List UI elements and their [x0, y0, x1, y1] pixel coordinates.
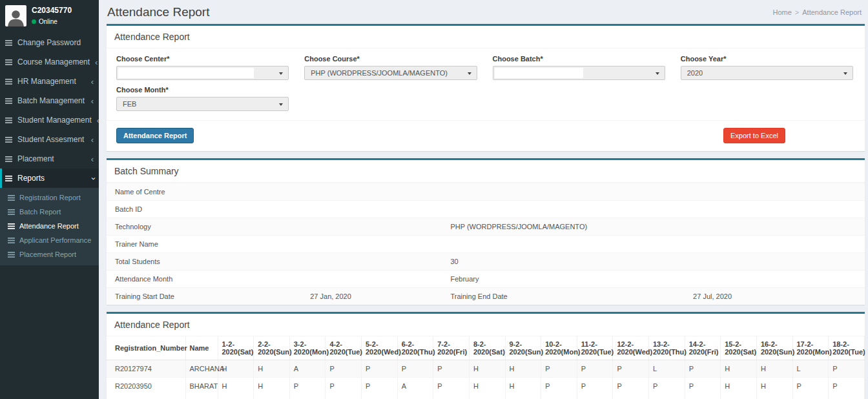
- user-id: C20345770: [32, 6, 72, 15]
- date-column-header: 8-2-2020(Sat): [469, 336, 505, 360]
- user-meta: C20345770 Online: [32, 5, 72, 26]
- breadcrumb-home-link[interactable]: Home: [772, 8, 791, 16]
- date-column-header: 12-2-2020(Wed): [613, 336, 649, 360]
- export-to-excel-button[interactable]: Export to Excel: [723, 128, 785, 143]
- sidebar-item-reports[interactable]: Reports‹: [0, 169, 99, 188]
- sidebar-item-student-assesment[interactable]: Student Assesment‹: [0, 130, 99, 149]
- sidebar-subitem-applicant-performance[interactable]: Applicant Performance: [0, 233, 99, 247]
- summary-cell: [304, 218, 444, 236]
- breadcrumb-separator-icon: >: [795, 8, 799, 16]
- summary-cell: [444, 201, 687, 218]
- column-header: Registration_Number: [107, 336, 185, 360]
- attendance-mark-cell: A: [289, 360, 326, 378]
- attendance-row: R20127974ARCHANAHHAPPPPHHPPPLPHHLP: [107, 360, 865, 378]
- attendance-header-row: Registration_NumberName1-2-2020(Sat)2-2-…: [107, 336, 865, 360]
- attendance-mark-cell: P: [326, 360, 362, 378]
- menu-bars-icon: [5, 40, 12, 46]
- attendance-mark-cell: H: [505, 360, 541, 378]
- menu-bars-icon: [8, 238, 15, 243]
- online-status-dot: [32, 19, 36, 24]
- content-header: Attendance Report Home > Attendance Repo…: [99, 0, 868, 24]
- sidebar-subitem-placement-report[interactable]: Placement Report: [0, 247, 99, 261]
- menu-bars-icon: [5, 98, 12, 104]
- chevron-left-icon: ‹: [91, 97, 94, 105]
- registration-number-cell: R20203950: [107, 378, 185, 399]
- menu-bars-icon: [8, 223, 15, 229]
- date-column-header: 9-2-2020(Sun): [505, 336, 541, 360]
- attendance-mark-cell: P: [829, 378, 865, 399]
- menu-bars-icon: [5, 59, 12, 65]
- batch-summary-panel: Batch Summary Name of CentreBatch IDTech…: [107, 158, 865, 305]
- sidebar-item-placement[interactable]: Placement‹: [0, 149, 99, 169]
- select-value: FEB: [123, 100, 136, 108]
- sidebar-item-student-management[interactable]: Student Management‹: [0, 110, 99, 130]
- select-choose-course[interactable]: PHP (WORDPRESS/JOOMLA/MAGENTO): [304, 66, 477, 80]
- chevron-left-icon: ‹: [91, 77, 94, 86]
- field-label: Choose Center*: [116, 55, 289, 63]
- attendance-mark-cell: H: [721, 378, 757, 399]
- attendance-mark-cell: L: [792, 360, 829, 378]
- attendance-mark-cell: H: [756, 378, 792, 399]
- sidebar-subitem-attendance-report[interactable]: Attendance Report: [0, 219, 99, 233]
- attendance-mark-cell: P: [577, 378, 613, 399]
- attendance-report-panel: Attendance Report Registration_NumberNam…: [107, 312, 865, 399]
- attendance-mark-cell: H: [254, 378, 290, 399]
- sidebar-item-change-password[interactable]: Change Password: [0, 33, 99, 52]
- date-column-header: 13-2-2020(Thu): [649, 336, 685, 360]
- select-choose-year[interactable]: 2020: [681, 66, 853, 80]
- filter-form: Choose Center*Choose Course*PHP (WORDPRE…: [107, 48, 865, 120]
- sidebar-item-course-management[interactable]: Course Management‹: [0, 52, 99, 72]
- sidebar-item-label: Batch Management: [17, 96, 86, 105]
- menu-bars-icon: [5, 176, 12, 181]
- redaction-box: [495, 68, 584, 78]
- date-column-header: 4-2-2020(Tue): [326, 336, 362, 360]
- attendance-row: R20203950BHARATHHPPPAPHHPPPPPHHPP: [107, 378, 865, 399]
- sidebar-subitem-registration-report[interactable]: Registration Report: [0, 190, 99, 205]
- date-column-header: 3-2-2020(Mon): [289, 336, 326, 360]
- summary-label: Attendance Month: [107, 271, 304, 288]
- attendance-mark-cell: H: [756, 360, 792, 378]
- column-header: Name: [185, 336, 218, 360]
- summary-cell: [444, 236, 687, 253]
- dropdown-caret-icon: [279, 103, 283, 106]
- sidebar-subitem-label: Placement Report: [19, 251, 76, 258]
- breadcrumb-current: Attendance Report: [802, 8, 862, 16]
- summary-label: Batch ID: [107, 201, 304, 218]
- attendance-report-button[interactable]: Attendance Report: [116, 128, 194, 143]
- sidebar-subitem-batch-report[interactable]: Batch Report: [0, 205, 99, 219]
- select-choose-center[interactable]: [116, 66, 289, 80]
- sidebar-item-label: Student Assesment: [17, 135, 86, 144]
- select-choose-batch[interactable]: [493, 66, 665, 80]
- sidebar-item-label: Reports: [17, 174, 86, 183]
- date-column-header: 11-2-2020(Tue): [577, 336, 613, 360]
- field-label: Choose Month*: [116, 86, 289, 94]
- attendance-mark-cell: P: [362, 360, 398, 378]
- menu-bars-icon: [8, 195, 15, 201]
- summary-row: Name of Centre: [107, 183, 865, 201]
- summary-cell: 27 Jul, 2020: [687, 288, 865, 305]
- attendance-mark-cell: P: [362, 378, 398, 399]
- attendance-mark-cell: P: [433, 360, 470, 378]
- select-value: 2020: [687, 69, 703, 77]
- attendance-mark-cell: P: [541, 378, 577, 399]
- attendance-mark-cell: P: [326, 378, 362, 399]
- date-column-header: 10-2-2020(Mon): [541, 336, 577, 360]
- dropdown-caret-icon: [843, 72, 847, 75]
- attendance-mark-cell: P: [685, 360, 721, 378]
- date-column-header: 16-2-2020(Sun): [756, 336, 792, 360]
- date-column-header: 1-2-2020(Sat): [218, 336, 254, 360]
- sidebar-item-label: Course Management: [17, 57, 90, 66]
- attendance-mark-cell: H: [469, 360, 505, 378]
- sidebar-item-batch-management[interactable]: Batch Management‹: [0, 91, 99, 110]
- select-choose-month[interactable]: FEB: [116, 97, 289, 111]
- sidebar-item-hr-management[interactable]: HR Management‹: [0, 72, 99, 91]
- summary-label: Trainer Name: [107, 236, 304, 253]
- attendance-table: Registration_NumberName1-2-2020(Sat)2-2-…: [107, 336, 865, 399]
- attendance-mark-cell: A: [397, 378, 433, 399]
- menu-bars-icon: [8, 209, 15, 215]
- summary-cell: 30: [444, 253, 687, 271]
- sidebar-nav: Change PasswordCourse Management‹HR Mana…: [0, 33, 99, 265]
- summary-label: Total Students: [107, 253, 304, 271]
- date-column-header: 7-2-2020(Fri): [433, 336, 470, 360]
- select-value: PHP (WORDPRESS/JOOMLA/MAGENTO): [311, 69, 448, 77]
